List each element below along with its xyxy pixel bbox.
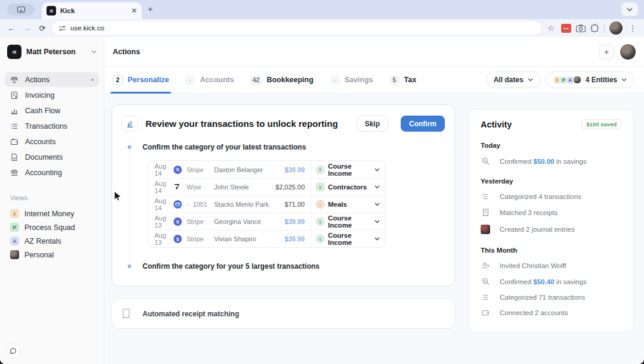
activity-item: $ Confirmed $50.00 in savings bbox=[481, 157, 621, 165]
view-item-process-squad[interactable]: P Process Squad bbox=[0, 220, 104, 234]
tab-search-icon bbox=[17, 7, 25, 13]
entity-badge-i: I bbox=[10, 209, 19, 218]
sidebar-item-invoicing[interactable]: $ Invoicing bbox=[5, 88, 99, 102]
url-text: use.kick.co bbox=[70, 24, 104, 32]
tab-close-icon[interactable]: ✕ bbox=[131, 7, 137, 15]
tab-bookkeeping[interactable]: 42 Bookkeeping bbox=[250, 67, 313, 93]
tabstrip-chevron-button[interactable] bbox=[621, 2, 638, 16]
list-icon bbox=[481, 294, 490, 301]
view-item-az-rentals[interactable]: A AZ Rentals bbox=[0, 234, 104, 248]
activity-title: Activity bbox=[481, 120, 512, 129]
bookmark-star-icon[interactable]: ☆ bbox=[546, 24, 556, 33]
activity-panel: Activity $100 saved Today $ Confirmed $5… bbox=[468, 109, 634, 332]
view-item-personal[interactable]: Personal bbox=[0, 248, 104, 262]
tab-title: Kick bbox=[60, 7, 127, 14]
page-header: Actions + bbox=[104, 37, 644, 67]
page-title: Actions bbox=[113, 48, 140, 56]
savings-amount: $50.00 bbox=[533, 158, 554, 165]
password-extension-icon[interactable]: ••• bbox=[561, 24, 571, 33]
view-item-internet-money[interactable]: I Internet Money bbox=[0, 207, 104, 220]
stripe-icon: S bbox=[174, 217, 182, 226]
step-bullet bbox=[128, 265, 131, 268]
skip-button[interactable]: Skip bbox=[357, 116, 388, 132]
sidebar-item-label: Documents bbox=[25, 153, 63, 161]
category-dropdown[interactable]: $ Contractors bbox=[311, 179, 385, 195]
automated-receipt-matching-card[interactable]: Automated receipt matching bbox=[112, 298, 455, 329]
stripe-icon: S bbox=[174, 235, 182, 243]
chevron-down-icon bbox=[374, 237, 380, 241]
entity-mini-badges: I P A bbox=[553, 76, 581, 84]
category-dropdown[interactable]: $ Course Income bbox=[311, 231, 385, 247]
browser-tab-kick[interactable]: /II Kick ✕ bbox=[42, 2, 142, 19]
back-icon[interactable]: ← bbox=[6, 24, 17, 33]
tab-tax[interactable]: 5 Tax bbox=[389, 67, 417, 93]
kick-logo: /II bbox=[7, 45, 21, 59]
workspace-name: Matt Peterson bbox=[26, 48, 86, 56]
sidebar-item-accounts[interactable]: Accounts bbox=[5, 134, 99, 149]
category-dropdown[interactable]: $ Course Income bbox=[311, 161, 385, 178]
category-dropdown[interactable]: $ Course Income bbox=[311, 213, 385, 230]
invoice-icon: $ bbox=[10, 91, 19, 99]
user-avatar[interactable] bbox=[620, 44, 636, 60]
tab-search-button[interactable] bbox=[7, 4, 35, 15]
chevron-down-icon bbox=[374, 168, 380, 172]
tab-savings[interactable]: - Savings bbox=[330, 67, 373, 93]
sidebar-item-label: Cash Flow bbox=[25, 107, 60, 115]
sidebar-item-documents[interactable]: Documents bbox=[5, 150, 99, 164]
svg-text:$: $ bbox=[484, 159, 485, 163]
main-area: Actions + 2 Personalize - Accounts 42 bbox=[104, 37, 644, 364]
chevron-down-icon bbox=[374, 220, 380, 223]
tab-personalize[interactable]: 2 Personalize bbox=[113, 67, 169, 93]
browser-profile-avatar[interactable] bbox=[609, 21, 623, 35]
sidebar-item-actions[interactable]: Actions bbox=[5, 72, 99, 87]
sidebar-item-label: Actions bbox=[25, 76, 49, 84]
svg-text:$: $ bbox=[15, 95, 17, 98]
view-label: Personal bbox=[24, 251, 54, 259]
toolbar-divider bbox=[604, 23, 605, 33]
tab-count-badge: - bbox=[330, 75, 340, 85]
date-filter-dropdown[interactable]: All dates bbox=[486, 71, 541, 88]
wallet-icon bbox=[10, 138, 19, 146]
list-icon bbox=[10, 122, 19, 130]
savings-badge: $100 saved bbox=[581, 119, 621, 129]
transactions-table: Aug 14 S Stripe Daxton Belanger $39.99 $… bbox=[148, 160, 385, 248]
person-add-icon bbox=[481, 262, 490, 269]
list-icon bbox=[481, 193, 490, 200]
transaction-row: Aug 14 Wise John Steele $2,025.00 $ Cont… bbox=[148, 178, 385, 195]
view-label: AZ Rentals bbox=[24, 237, 61, 245]
browser-menu-icon[interactable]: ⋮ bbox=[627, 24, 638, 33]
magnifier-dollar-icon: $ bbox=[481, 278, 490, 285]
support-chat-button[interactable] bbox=[6, 344, 20, 358]
activity-item: $ Confirmed $50.40 in savings bbox=[481, 278, 621, 285]
chevron-down-icon bbox=[528, 78, 533, 82]
add-button[interactable]: + bbox=[599, 44, 614, 60]
extensions-puzzle-icon[interactable] bbox=[590, 24, 599, 33]
forward-icon[interactable]: → bbox=[21, 24, 32, 33]
tab-accounts[interactable]: - Accounts bbox=[185, 67, 234, 93]
camera-extension-icon[interactable] bbox=[576, 24, 586, 32]
category-dropdown[interactable]: ≈ Meals bbox=[311, 196, 385, 213]
site-settings-icon bbox=[58, 25, 66, 32]
url-bar[interactable]: use.kick.co bbox=[52, 21, 541, 35]
activity-item: Created 2 journal entries bbox=[481, 225, 621, 234]
sidebar-item-transactions[interactable]: Transactions bbox=[5, 119, 99, 133]
confirm-button[interactable]: Confirm bbox=[401, 116, 445, 132]
reload-icon[interactable]: ⟳ bbox=[37, 24, 48, 33]
sidebar-item-accounting[interactable]: Accounting bbox=[5, 165, 99, 180]
entities-dropdown[interactable]: I P A 4 Entities bbox=[546, 71, 634, 88]
bank-card-icon bbox=[174, 200, 182, 209]
chevron-down-icon bbox=[91, 50, 97, 54]
browser-toolbar: ← → ⟳ use.kick.co ☆ ••• ⋮ bbox=[0, 19, 644, 37]
chat-bubble-icon bbox=[10, 347, 17, 354]
active-tab-underline bbox=[110, 92, 171, 94]
magnifier-dollar-icon: $ bbox=[481, 157, 490, 165]
activity-item: Categorized 4 transactions bbox=[481, 193, 621, 200]
chevron-down-icon bbox=[374, 185, 380, 189]
activity-item: Matched 3 receipts bbox=[481, 209, 621, 216]
sidebar-item-cashflow[interactable]: Cash Flow bbox=[5, 103, 99, 118]
new-tab-button[interactable]: + bbox=[148, 4, 153, 14]
sidebar-item-label: Transactions bbox=[25, 122, 67, 130]
workspace-switcher[interactable]: /II Matt Peterson bbox=[0, 45, 104, 59]
personal-avatar bbox=[10, 250, 19, 259]
actions-tabbar: 2 Personalize - Accounts 42 Bookkeeping … bbox=[104, 67, 644, 94]
